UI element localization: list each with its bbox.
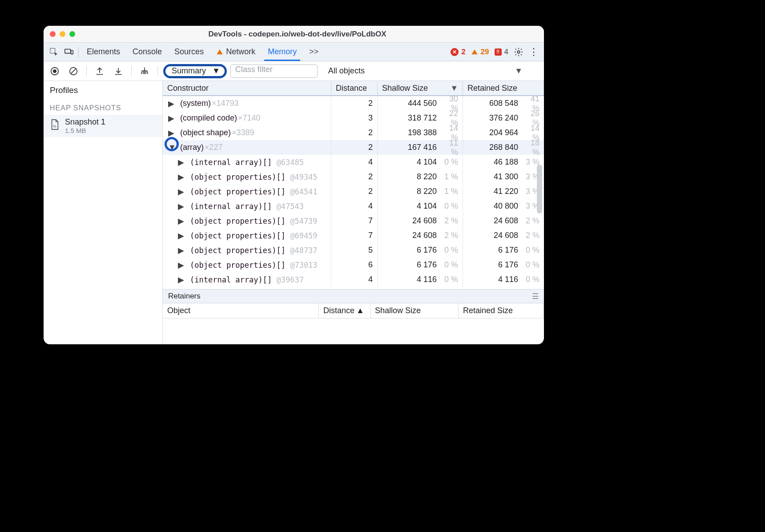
row-name: (internal array)[] @63485 <box>190 158 304 167</box>
disclosure-closed-icon[interactable]: ▶ <box>178 172 184 182</box>
row-count: ×227 <box>205 143 223 152</box>
sort-asc-icon: ▲ <box>356 306 364 315</box>
rcol-distance[interactable]: Distance▲ <box>319 303 370 318</box>
snapshot-item[interactable]: % Snapshot 1 1.5 MB <box>44 115 162 137</box>
minimize-window-button[interactable] <box>60 31 65 37</box>
snapshot-icon: % <box>50 119 60 133</box>
table-row[interactable]: ▶ (object properties)[] @4934528 2201 %4… <box>163 169 544 184</box>
disclosure-closed-icon[interactable]: ▶ <box>168 113 174 123</box>
table-row[interactable]: ▶ (system) ×147932444 56030 %608 54841 % <box>163 96 544 111</box>
row-distance: 4 <box>331 155 378 169</box>
table-row[interactable]: ▶ (internal array)[] @4754344 1040 %40 8… <box>163 199 544 214</box>
settings-button[interactable] <box>511 44 526 60</box>
retainers-header[interactable]: Retainers ☰ <box>163 289 544 303</box>
col-shallow[interactable]: Shallow Size▼ <box>378 81 463 95</box>
perspective-select[interactable]: Summary ▼ <box>163 64 227 78</box>
disclosure-closed-icon[interactable]: ▶ <box>168 99 174 109</box>
row-name: (object properties)[] @64541 <box>190 187 318 196</box>
upload-icon <box>95 66 105 76</box>
disclosure-closed-icon[interactable]: ▶ <box>178 231 184 241</box>
tab-sources[interactable]: Sources <box>168 43 210 61</box>
disclosure-closed-icon[interactable]: ▶ <box>178 157 184 167</box>
import-button[interactable] <box>111 64 126 79</box>
table-row[interactable]: ▶ (object properties)[] @4873756 1760 %6… <box>163 243 544 258</box>
svg-text:%: % <box>53 125 56 129</box>
row-distance: 7 <box>331 214 378 228</box>
row-name: (object properties)[] @69459 <box>190 231 318 240</box>
tab-network[interactable]: Network <box>210 43 262 61</box>
warning-count[interactable]: 29 <box>471 48 489 56</box>
rcol-shallow[interactable]: Shallow Size <box>370 303 459 318</box>
svg-rect-2 <box>71 50 73 54</box>
issues-count[interactable]: !! 4 <box>495 48 508 56</box>
row-name: (system) <box>180 99 211 108</box>
rcol-object[interactable]: Object <box>163 303 319 318</box>
disclosure-closed-icon[interactable]: ▶ <box>168 128 174 138</box>
retainers-body <box>163 318 544 344</box>
export-button[interactable] <box>92 64 107 79</box>
panel-tabs: Elements Console Sources Network Memory … <box>44 43 544 61</box>
table-row[interactable]: ▶ (internal array)[] @3963744 1160 %4 11… <box>163 272 544 287</box>
garbage-collect-button[interactable] <box>137 64 152 79</box>
row-shallow: 4 1160 % <box>378 272 463 287</box>
broom-icon <box>140 66 149 76</box>
devtools-window: DevTools - codepen.io/web-dot-dev/live/P… <box>44 26 544 344</box>
chevron-more-icon: >> <box>309 47 318 56</box>
record-button[interactable] <box>47 64 62 79</box>
col-retained[interactable]: Retained Size <box>463 81 544 95</box>
disclosure-closed-icon[interactable]: ▶ <box>178 187 184 197</box>
disclosure-closed-icon[interactable]: ▶ <box>178 202 184 211</box>
close-window-button[interactable] <box>50 31 56 37</box>
scrollbar[interactable] <box>537 165 543 344</box>
object-filter-select[interactable]: All objects ▼ <box>321 66 540 76</box>
col-constructor[interactable]: Constructor <box>163 81 331 95</box>
row-name: (object properties)[] @54739 <box>190 217 318 226</box>
table-row[interactable]: ▼ (array) ×2272167 41611 %268 84018 % <box>163 140 544 155</box>
disclosure-closed-icon[interactable]: ▶ <box>178 246 184 255</box>
chevron-down-icon: ▼ <box>212 66 220 76</box>
disclosure-closed-icon[interactable]: ▶ <box>178 260 184 270</box>
row-retained: 24 6082 % <box>463 228 544 243</box>
rcol-retained[interactable]: Retained Size <box>459 303 544 318</box>
memory-toolbar: Summary ▼ Class filter All objects ▼ <box>44 61 544 81</box>
zoom-window-button[interactable] <box>69 31 75 37</box>
table-row[interactable]: ▶ (object properties)[] @6454128 2201 %4… <box>163 184 544 199</box>
clear-button[interactable] <box>66 64 81 79</box>
heap-group-label: HEAP SNAPSHOTS <box>44 100 162 115</box>
select-element-icon[interactable] <box>46 44 61 60</box>
tab-console[interactable]: Console <box>126 43 168 61</box>
row-shallow: 6 1760 % <box>378 243 463 258</box>
table-row[interactable]: ▶ (compiled code) ×71403318 71222 %376 2… <box>163 111 544 125</box>
row-distance: 4 <box>331 272 378 287</box>
tab-more[interactable]: >> <box>303 43 325 61</box>
row-count: ×7140 <box>238 113 261 123</box>
table-row[interactable]: ▶ (internal array)[] @6348544 1040 %46 1… <box>163 155 544 169</box>
row-distance: 5 <box>331 243 378 258</box>
table-row[interactable]: ▶ (object shape) ×33892198 38814 %204 96… <box>163 125 544 140</box>
error-count[interactable]: ✕ 2 <box>451 48 465 56</box>
titlebar: DevTools - codepen.io/web-dot-dev/live/P… <box>44 26 544 43</box>
row-retained: 4 1160 % <box>463 272 544 287</box>
profiles-sidebar: Profiles HEAP SNAPSHOTS % Snapshot 1 1.5… <box>44 81 163 344</box>
table-row[interactable]: ▶ (object properties)[] @69459724 6082 %… <box>163 228 544 243</box>
row-count: ×14793 <box>212 99 239 108</box>
table-row[interactable]: ▶ (object properties)[] @54739724 6082 %… <box>163 214 544 228</box>
tab-elements[interactable]: Elements <box>81 43 126 61</box>
row-shallow: 6 1760 % <box>378 258 463 272</box>
disclosure-closed-icon[interactable]: ▶ <box>178 216 184 226</box>
row-shallow: 8 2201 % <box>378 169 463 184</box>
tab-memory[interactable]: Memory <box>262 43 303 61</box>
row-retained: 6 1760 % <box>463 258 544 272</box>
class-filter-input[interactable]: Class filter <box>230 64 318 78</box>
row-name: (internal array)[] @47543 <box>190 202 304 211</box>
col-distance[interactable]: Distance <box>331 81 378 95</box>
record-icon <box>50 66 60 76</box>
device-toolbar-icon[interactable] <box>61 44 76 60</box>
svg-point-3 <box>517 51 520 53</box>
disclosure-closed-icon[interactable]: ▶ <box>178 275 184 285</box>
retainers-columns: Object Distance▲ Shallow Size Retained S… <box>163 303 544 318</box>
snapshot-name: Snapshot 1 <box>65 117 105 127</box>
table-row[interactable]: ▶ (object properties)[] @7301366 1760 %6… <box>163 258 544 272</box>
kebab-menu-button[interactable]: ⋮ <box>526 44 541 60</box>
disclosure-open-icon[interactable]: ▼ <box>168 143 174 152</box>
